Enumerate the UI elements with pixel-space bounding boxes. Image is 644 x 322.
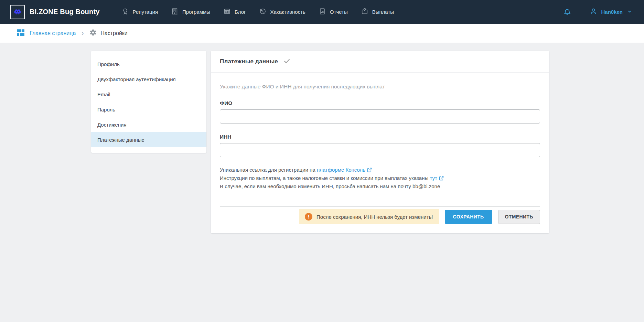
external-link-icon[interactable]	[367, 167, 372, 174]
sidebar-item-achievements[interactable]: Достижения	[91, 117, 206, 132]
navbar-right: Han0ken	[563, 7, 633, 17]
inn-label: ИНН	[220, 134, 540, 140]
note-text: Уникальная ссылка для регистрации на	[220, 167, 317, 173]
note-line-3: В случае, если вам необходимо изменить И…	[220, 183, 540, 190]
inn-input[interactable]	[220, 143, 540, 157]
external-link-icon[interactable]	[439, 175, 444, 183]
payout-instructions-link[interactable]: тут	[430, 175, 437, 181]
nav-item-label: Выплаты	[372, 9, 394, 15]
nav-item-label: Хакактивность	[270, 9, 305, 15]
save-button[interactable]: СОХРАНИТЬ	[445, 210, 492, 224]
brand-title: BI.ZONE Bug Bounty	[30, 8, 100, 16]
notes-block: Уникальная ссылка для регистрации на пла…	[220, 166, 540, 190]
nav-item-hackactivity[interactable]: Хакактивность	[253, 0, 312, 24]
sidebar-item-password[interactable]: Пароль	[91, 102, 206, 117]
warning-text: После сохранения, ИНН нельзя будет измен…	[316, 214, 433, 220]
sidebar-item-profile[interactable]: Профиль	[91, 56, 206, 72]
nav-item-payouts[interactable]: Выплаты	[354, 0, 400, 24]
nav-item-programs[interactable]: Программы	[164, 0, 217, 24]
breadcrumb-current: Настройки	[89, 29, 127, 37]
sidebar-item-payment-data[interactable]: Платежные данные	[91, 132, 206, 147]
history-icon	[259, 8, 267, 16]
dashboard-grid-icon	[16, 28, 25, 39]
nav-item-reputation[interactable]: Репутация	[115, 0, 164, 24]
gear-icon	[89, 29, 97, 37]
nav-item-blog[interactable]: Блог	[217, 0, 252, 24]
nav-item-label: Репутация	[133, 9, 158, 15]
content-area: Профиль Двухфакторная аутентификация Ema…	[0, 43, 644, 322]
check-icon	[283, 57, 291, 66]
nav-item-reports[interactable]: Отчеты	[312, 0, 354, 24]
payment-data-panel: Платежные данные Укажите данные ФИО и ИН…	[211, 51, 549, 233]
user-icon	[589, 7, 598, 17]
breadcrumb: Главная страница › Настройки	[0, 24, 644, 43]
report-icon	[319, 8, 326, 16]
panel-header: Платежные данные	[211, 51, 549, 73]
fio-label: ФИО	[220, 100, 540, 106]
building-icon	[171, 8, 179, 16]
sidebar-item-2fa[interactable]: Двухфакторная аутентификация	[91, 72, 206, 87]
nav-item-label: Блог	[235, 9, 246, 15]
note-line-1: Уникальная ссылка для регистрации на пла…	[220, 166, 540, 174]
panel-body: Укажите данные ФИО и ИНН для получения п…	[211, 73, 549, 233]
username-label: Han0ken	[601, 9, 623, 15]
notifications-bell-icon[interactable]	[563, 8, 571, 16]
note-text: Инструкция по выплатам, а также налоговы…	[220, 175, 430, 181]
footer-divider	[220, 206, 540, 207]
top-navbar: BI.ZONE Bug Bounty Репутация	[0, 0, 644, 24]
bizone-bug-logo-icon	[10, 5, 25, 19]
breadcrumb-home-link[interactable]: Главная страница	[16, 28, 76, 39]
chevron-down-icon	[626, 8, 633, 16]
brand-logo[interactable]: BI.ZONE Bug Bounty	[10, 5, 100, 19]
user-menu[interactable]: Han0ken	[589, 7, 633, 17]
main-nav-menu: Репутация Программы	[115, 0, 400, 24]
fio-input[interactable]	[220, 109, 540, 124]
nav-item-label: Программы	[182, 9, 210, 15]
note-line-2: Инструкция по выплатам, а также налоговы…	[220, 174, 540, 183]
form-description: Укажите данные ФИО и ИНН для получения п…	[220, 84, 540, 90]
breadcrumb-separator: ›	[82, 30, 84, 37]
panel-footer: ! После сохранения, ИНН нельзя будет изм…	[220, 209, 540, 224]
inn-warning-banner: ! После сохранения, ИНН нельзя будет изм…	[299, 209, 439, 224]
medal-icon	[121, 8, 129, 16]
console-platform-link[interactable]: платформе Консоль	[317, 167, 365, 173]
blog-icon	[223, 8, 231, 16]
bag-icon	[361, 8, 368, 16]
breadcrumb-home-label: Главная страница	[30, 30, 76, 36]
cancel-button[interactable]: ОТМЕНИТЬ	[498, 210, 540, 224]
sidebar-item-email[interactable]: Email	[91, 87, 206, 102]
warning-exclamation-icon: !	[305, 213, 312, 221]
breadcrumb-current-label: Настройки	[100, 30, 127, 36]
settings-sidebar: Профиль Двухфакторная аутентификация Ema…	[91, 51, 206, 153]
panel-title: Платежные данные	[220, 58, 278, 65]
nav-item-label: Отчеты	[330, 9, 348, 15]
